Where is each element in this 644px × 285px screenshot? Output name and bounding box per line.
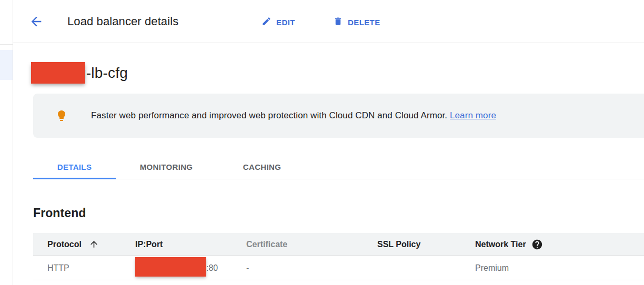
tab-details[interactable]: DETAILS [33, 154, 116, 179]
cell-ip-port: :80 [135, 258, 246, 278]
cell-certificate: - [246, 263, 377, 273]
frontend-heading: Frontend [33, 206, 86, 220]
sort-ascending-icon[interactable] [89, 239, 99, 249]
cell-port: :80 [206, 263, 218, 273]
page-title: Load balancer details [67, 0, 178, 43]
pencil-icon [261, 16, 271, 28]
edit-button-label: EDIT [276, 18, 295, 27]
column-header-certificate[interactable]: Certificate [246, 240, 377, 249]
arrow-back-icon [29, 22, 44, 30]
nav-drawer-edge [0, 0, 13, 285]
tab-monitoring-label: MONITORING [140, 162, 193, 171]
redaction-block-ip [135, 257, 206, 277]
column-header-ssl-policy[interactable]: SSL Policy [377, 240, 475, 249]
topbar: Load balancer details EDIT DELETE [13, 0, 644, 43]
trash-icon [333, 16, 343, 28]
edit-button[interactable]: EDIT [261, 15, 295, 29]
tab-details-label: DETAILS [57, 162, 92, 171]
frontend-table-row: HTTP :80 - Premium [33, 256, 644, 280]
banner-text: Faster web performance and improved web … [91, 110, 496, 121]
delete-button-label: DELETE [348, 18, 380, 27]
frontend-table-header: Protocol IP:Port Certificate SSL Policy … [33, 233, 644, 256]
cell-network-tier: Premium [475, 263, 644, 273]
banner-message: Faster web performance and improved web … [91, 110, 447, 120]
frontend-table: Protocol IP:Port Certificate SSL Policy … [33, 233, 644, 280]
load-balancer-details-page: Load balancer details EDIT DELETE g-lb-c… [0, 0, 644, 285]
help-circle-icon[interactable] [531, 239, 543, 250]
back-button[interactable] [29, 14, 44, 29]
tab-caching-label: CACHING [243, 162, 281, 171]
learn-more-link[interactable]: Learn more [450, 110, 496, 120]
redaction-block-name [31, 62, 85, 84]
column-header-protocol[interactable]: Protocol [47, 239, 135, 249]
nav-drawer-divider [0, 44, 13, 45]
column-header-ip-port[interactable]: IP:Port [135, 240, 246, 249]
delete-button[interactable]: DELETE [333, 15, 380, 29]
cdn-promo-banner: Faster web performance and improved web … [33, 94, 644, 138]
lightbulb-icon [55, 109, 68, 122]
nav-selected-item-edge[interactable] [0, 50, 13, 80]
tab-bar: DETAILS MONITORING CACHING [33, 154, 307, 179]
cell-protocol: HTTP [47, 263, 135, 273]
active-tab-underline [33, 178, 116, 179]
load-balancer-name: g-lb-cfg [78, 62, 128, 84]
column-header-network-tier[interactable]: Network Tier [475, 239, 644, 250]
tab-caching[interactable]: CACHING [217, 154, 307, 179]
tab-monitoring[interactable]: MONITORING [116, 154, 217, 179]
